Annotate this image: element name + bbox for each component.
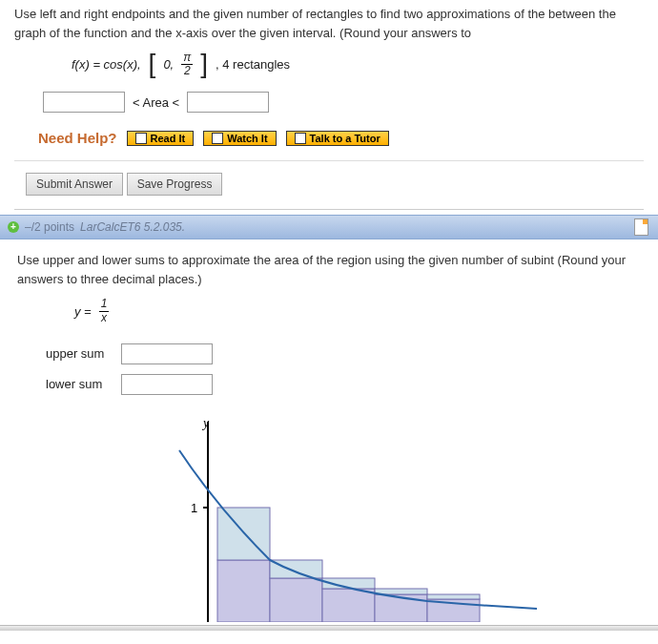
need-help-label: Need Help? bbox=[38, 130, 117, 146]
upper-bar-4 bbox=[375, 589, 427, 594]
area-label: < Area < bbox=[133, 95, 179, 110]
save-progress-button[interactable]: Save Progress bbox=[127, 173, 223, 196]
talk-to-tutor-button[interactable]: Talk to a Tutor bbox=[286, 131, 389, 146]
upper-sum-label: upper sum bbox=[38, 340, 112, 368]
interval-hi-frac: π 2 bbox=[181, 52, 193, 77]
bracket-left: [ bbox=[149, 53, 156, 74]
question2-text: Use upper and lower sums to approximate … bbox=[17, 251, 641, 288]
y-eq: y = bbox=[74, 304, 92, 319]
submit-answer-button[interactable]: Submit Answer bbox=[26, 173, 123, 196]
fx-expression: f(x) = cos(x), bbox=[72, 57, 141, 72]
question1-formula: f(x) = cos(x), [ 0, π 2 ] , 4 rectangles bbox=[14, 42, 644, 87]
right-approx-input[interactable] bbox=[187, 92, 269, 113]
upper-sum-input[interactable] bbox=[121, 343, 213, 364]
upper-bar-2 bbox=[270, 560, 322, 578]
help-row: Need Help? Read It Watch It Talk to a Tu… bbox=[14, 122, 644, 161]
question2-header: + –/2 points LarCalcET6 5.2.035. bbox=[0, 215, 658, 239]
lower-sum-label: lower sum bbox=[38, 370, 112, 399]
area-inequality-row: < Area < bbox=[14, 87, 644, 122]
notes-icon[interactable] bbox=[634, 218, 648, 236]
rect-count: , 4 rectangles bbox=[216, 57, 290, 72]
riemann-chart: y 1 bbox=[160, 412, 542, 622]
interval-lo: 0, bbox=[163, 57, 174, 72]
left-approx-input[interactable] bbox=[43, 92, 125, 113]
lower-sum-input[interactable] bbox=[121, 374, 213, 395]
read-it-button[interactable]: Read It bbox=[127, 131, 195, 146]
bracket-right: ] bbox=[200, 53, 208, 74]
source-label: LarCalcET6 5.2.035. bbox=[80, 220, 185, 234]
y-frac: 1 x bbox=[99, 298, 110, 323]
points-label: –/2 points bbox=[25, 220, 74, 234]
question1-text: Use left and right endpoints and the giv… bbox=[14, 5, 644, 42]
lower-bar-3 bbox=[322, 589, 375, 622]
expand-icon[interactable]: + bbox=[8, 221, 19, 233]
upper-bar-5 bbox=[427, 594, 480, 599]
question2-formula: y = 1 x bbox=[17, 288, 641, 333]
y-tick-1-label: 1 bbox=[191, 501, 197, 515]
watch-it-button[interactable]: Watch It bbox=[203, 131, 276, 146]
lower-bar-2 bbox=[270, 578, 322, 622]
footer-divider bbox=[0, 625, 658, 631]
lower-bar-1 bbox=[217, 560, 270, 622]
chart: y 1 bbox=[17, 412, 641, 625]
sum-inputs: upper sum lower sum bbox=[36, 338, 222, 401]
submit-row: Submit Answer Save Progress bbox=[14, 161, 644, 210]
